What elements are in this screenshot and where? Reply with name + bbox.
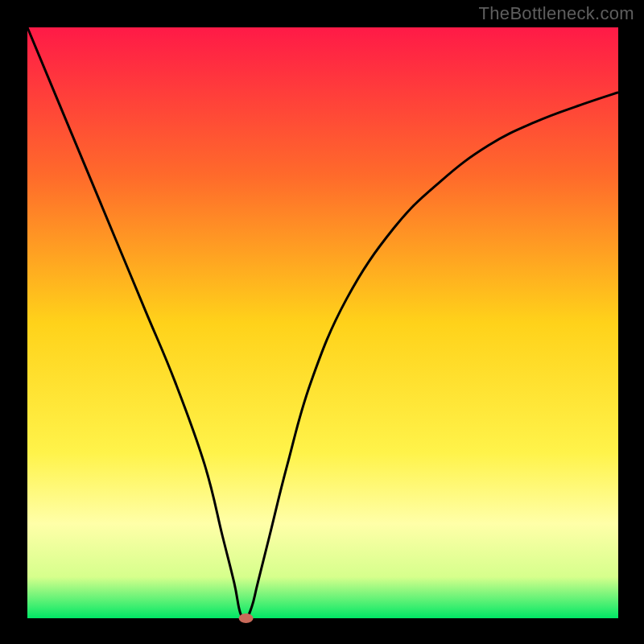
chart-frame: TheBottleneck.com (0, 0, 644, 644)
plot-background (27, 27, 618, 618)
bottleneck-chart (0, 0, 644, 644)
watermark: TheBottleneck.com (479, 3, 634, 24)
minimum-marker (239, 613, 254, 623)
